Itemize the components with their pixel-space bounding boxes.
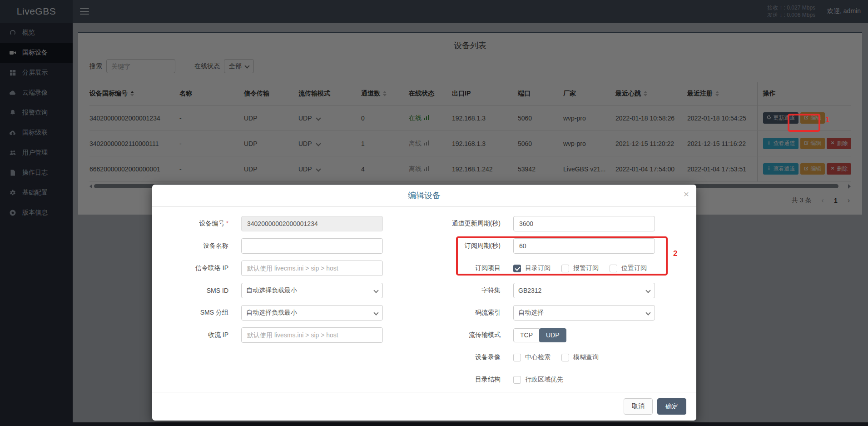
form-row-设备编号: 设备编号*	[152, 216, 424, 231]
field-label: 设备编号*	[152, 220, 241, 228]
form-row-目录结构: 目录结构行政区域优先	[424, 372, 696, 387]
form-row-SMS ID: SMS ID自动选择负载最小	[152, 283, 424, 298]
checkbox[interactable]	[513, 354, 521, 361]
checkbox[interactable]	[561, 354, 569, 361]
form-row-流传输模式: 流传输模式TCPUDP	[424, 327, 696, 343]
field-select-SMS 分组[interactable]: 自动选择负载最小	[241, 305, 383, 321]
form-row-收流 IP: 收流 IP	[152, 327, 424, 343]
checkbox-group: 行政区域优先	[513, 376, 570, 384]
close-icon[interactable]: ×	[684, 189, 689, 199]
field-label: 设备录像	[424, 353, 513, 361]
form-row-信令联络 IP: 信令联络 IP	[152, 261, 424, 276]
annotation-label-1: 1	[825, 115, 829, 125]
checkbox-label: 行政区域优先	[525, 376, 563, 384]
field-label: 信令联络 IP	[152, 264, 241, 272]
field-label: 字符集	[424, 286, 513, 295]
field-label: SMS 分组	[152, 309, 241, 317]
form-row-字符集: 字符集GB2312	[424, 283, 696, 298]
checkbox[interactable]	[513, 376, 521, 384]
field-label: 目录结构	[424, 376, 513, 384]
chevron-down-icon	[645, 288, 650, 293]
field-select-SMS ID[interactable]: 自动选择负载最小	[241, 283, 383, 298]
toggle-UDP-button[interactable]: UDP	[539, 328, 566, 342]
app-root: LiveGBS 概览国标设备分屏展示云端录像报警查询国标级联用户管理操作日志基础…	[0, 0, 868, 426]
field-input-收流 IP[interactable]	[241, 327, 383, 343]
modal-title: 编辑设备	[408, 190, 441, 201]
cancel-button[interactable]: 取消	[624, 398, 653, 415]
field-input-设备名称[interactable]	[241, 238, 383, 254]
field-select-字符集[interactable]: GB2312	[513, 283, 655, 298]
chevron-down-icon	[645, 310, 650, 315]
field-label: 收流 IP	[152, 331, 241, 339]
checkbox-label: 模糊查询	[573, 353, 599, 361]
modal-left-column: 设备编号*设备名称信令联络 IPSMS ID自动选择负载最小SMS 分组自动选择…	[152, 216, 424, 394]
form-row-设备名称: 设备名称	[152, 238, 424, 254]
field-input-设备编号[interactable]	[241, 216, 383, 231]
checkbox-option-模糊查询[interactable]: 模糊查询	[561, 353, 599, 361]
chevron-down-icon	[373, 310, 378, 315]
checkbox-option-中心检索[interactable]: 中心检索	[513, 353, 551, 361]
edit-device-modal: 编辑设备 × 设备编号*设备名称信令联络 IPSMS ID自动选择负载最小SMS…	[152, 185, 696, 421]
form-row-设备录像: 设备录像中心检索模糊查询	[424, 350, 696, 365]
field-label: 通道更新周期(秒)	[424, 220, 513, 228]
field-select-码流索引[interactable]: 自动选择	[513, 305, 655, 321]
annotation-label-2: 2	[673, 249, 677, 258]
toggle-TCP-button[interactable]: TCP	[513, 328, 540, 342]
form-row-SMS 分组: SMS 分组自动选择负载最小	[152, 305, 424, 321]
ok-button[interactable]: 确定	[657, 398, 686, 415]
modal-body: 设备编号*设备名称信令联络 IPSMS ID自动选择负载最小SMS 分组自动选择…	[152, 207, 696, 394]
modal-footer: 取消 确定	[152, 392, 696, 421]
field-input-信令联络 IP[interactable]	[241, 261, 383, 276]
form-row-通道更新周期(秒): 通道更新周期(秒)	[424, 216, 696, 231]
annotation-box-1	[788, 114, 820, 132]
field-label: 设备名称	[152, 242, 241, 250]
chevron-down-icon	[373, 288, 378, 293]
stream-mode-toggle: TCPUDP	[513, 328, 566, 342]
field-label: 流传输模式	[424, 331, 513, 339]
required-asterisk: *	[226, 220, 228, 227]
checkbox-group: 中心检索模糊查询	[513, 353, 605, 361]
checkbox-label: 中心检索	[525, 353, 551, 361]
field-input-通道更新周期(秒)[interactable]	[513, 216, 655, 231]
form-row-码流索引: 码流索引自动选择	[424, 305, 696, 321]
checkbox-option-行政区域优先[interactable]: 行政区域优先	[513, 376, 563, 384]
field-label: 码流索引	[424, 309, 513, 317]
field-label: SMS ID	[152, 287, 241, 294]
modal-header: 编辑设备 ×	[152, 185, 696, 207]
annotation-box-2	[456, 236, 668, 276]
